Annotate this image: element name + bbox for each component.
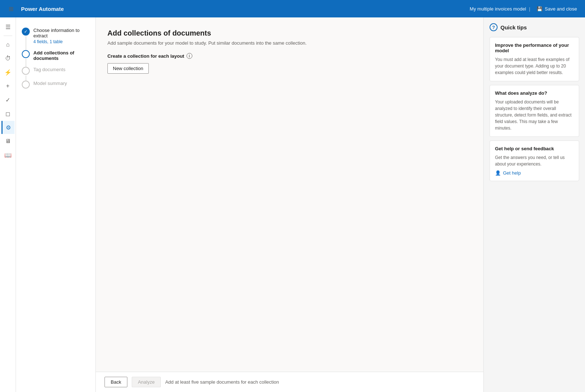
sidebar-home-icon[interactable]: ⌂: [1, 38, 15, 51]
page-title: Add collections of documents: [107, 29, 472, 37]
sidebar-monitor-icon[interactable]: ◻: [1, 107, 15, 120]
qt-card-3-title: Get help or send feedback: [495, 146, 574, 151]
sidebar-add-icon[interactable]: +: [1, 79, 15, 93]
section-label: Create a collection for each layout i: [107, 53, 472, 59]
sidebar-recent-icon[interactable]: ⏱: [1, 52, 15, 65]
step-1-check-icon: ✓: [24, 29, 28, 34]
step-3-title: Tag documents: [33, 67, 65, 72]
step-1-circle: ✓: [22, 28, 30, 36]
step-4-circle: [22, 81, 30, 89]
step-4: Model summary: [22, 78, 90, 91]
save-close-label: Save and close: [545, 6, 577, 12]
step-1-content: Choose information to extract 4 fields, …: [33, 28, 90, 44]
sidebar-sep-1: [4, 36, 12, 36]
icon-sidebar: ☰ ⌂ ⏱ ⚡ + ✓ ◻ ⚙ 🖥 📖: [0, 17, 16, 392]
qt-card-2: What does analyze do? Your uploaded docu…: [490, 85, 579, 137]
save-icon: 💾: [537, 6, 543, 12]
step-3-circle: [22, 67, 30, 75]
sidebar-approvals-icon[interactable]: ✓: [1, 93, 15, 106]
step-2-title: Add collections of documents: [33, 50, 90, 61]
step-1: ✓ Choose information to extract 4 fields…: [22, 25, 90, 47]
step-1-subtitle[interactable]: 4 fields, 1 table: [33, 39, 90, 44]
back-button[interactable]: Back: [105, 377, 127, 387]
topbar-divider: |: [529, 6, 530, 12]
page-subtitle: Add sample documents for your model to s…: [107, 40, 472, 46]
step-2-content: Add collections of documents: [33, 50, 90, 61]
qt-title: Quick tips: [500, 24, 527, 30]
step-2: Add collections of documents: [22, 47, 90, 64]
qt-card-2-text: Your uploaded documents will be analyzed…: [495, 99, 574, 131]
new-collection-button[interactable]: New collection: [107, 63, 149, 74]
qt-question-icon: ?: [490, 23, 498, 31]
topbar-right: My multiple invoices model | 💾 Save and …: [470, 4, 581, 14]
analyze-button[interactable]: Analyze: [132, 377, 161, 387]
section-label-text: Create a collection for each layout: [107, 53, 184, 59]
step-4-content: Model summary: [33, 81, 67, 86]
help-person-icon: 👤: [495, 170, 501, 176]
footer-hint: Add at least five sample documents for e…: [165, 379, 279, 385]
main-layout: ☰ ⌂ ⏱ ⚡ + ✓ ◻ ⚙ 🖥 📖 ✓ Choose information…: [0, 17, 585, 392]
qt-card-2-title: What does analyze do?: [495, 90, 574, 96]
step-2-circle: [22, 50, 30, 58]
qt-card-1-title: Improve the performance of your model: [495, 42, 574, 53]
quick-tips-panel: ? Quick tips Improve the performance of …: [483, 17, 585, 392]
step-1-title: Choose information to extract: [33, 28, 90, 38]
sidebar-flows-icon[interactable]: ⚡: [1, 66, 15, 79]
qt-card-3-text: Get the answers you need, or tell us abo…: [495, 154, 574, 167]
grid-icon[interactable]: ⊞: [4, 2, 17, 15]
get-help-link[interactable]: 👤 Get help: [495, 170, 574, 176]
model-name: My multiple invoices model: [470, 6, 526, 12]
topbar-left: ⊞ Power Automate: [4, 2, 64, 15]
step-3-content: Tag documents: [33, 67, 65, 72]
qt-card-1-text: You must add at least five examples of y…: [495, 56, 574, 76]
qt-card-1: Improve the performance of your model Yo…: [490, 37, 579, 81]
step-4-title: Model summary: [33, 81, 67, 86]
sidebar-menu-icon[interactable]: ☰: [1, 20, 15, 33]
steps-panel: ✓ Choose information to extract 4 fields…: [16, 17, 96, 392]
qt-header: ? Quick tips: [490, 23, 579, 31]
sidebar-desktop-icon[interactable]: 🖥: [1, 135, 15, 148]
get-help-label: Get help: [503, 170, 521, 176]
sidebar-learn-icon[interactable]: 📖: [1, 148, 15, 162]
content-area: Add collections of documents Add sample …: [96, 17, 483, 392]
info-icon[interactable]: i: [187, 53, 192, 59]
app-name: Power Automate: [21, 6, 64, 12]
save-close-button[interactable]: 💾 Save and close: [533, 4, 581, 14]
topbar: ⊞ Power Automate My multiple invoices mo…: [0, 0, 585, 17]
content-footer: Back Analyze Add at least five sample do…: [96, 372, 483, 392]
sidebar-ai-icon[interactable]: ⚙: [1, 121, 15, 134]
content-body: Add collections of documents Add sample …: [96, 17, 483, 372]
step-3: Tag documents: [22, 64, 90, 78]
qt-card-3: Get help or send feedback Get the answer…: [490, 140, 579, 181]
